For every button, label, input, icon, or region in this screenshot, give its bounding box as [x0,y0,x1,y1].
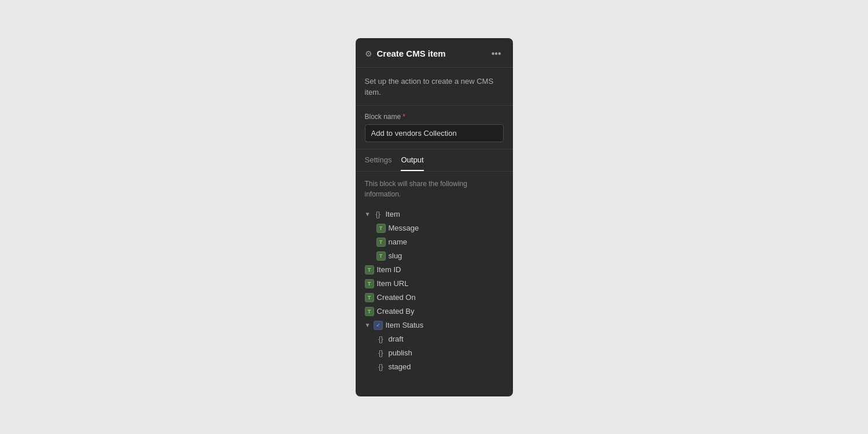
chevron-down-icon: ▼ [365,211,371,217]
tab-output[interactable]: Output [401,150,423,171]
obj-icon: {} [374,210,383,219]
name-label: name [389,238,408,246]
block-name-section: Block name * [356,106,513,150]
tree-item-item-id: T Item ID [365,263,504,277]
check-type-icon: ✓ [374,321,383,330]
draft-label: draft [389,335,404,343]
tree-item-root: ▼ {} Item [365,207,504,221]
tree-item-publish: {} publish [365,346,504,360]
text-type-icon: T [365,293,374,302]
chevron-down-icon: ▼ [365,322,371,328]
text-type-icon: T [365,265,374,275]
publish-label: publish [389,348,412,357]
staged-label: staged [389,362,411,371]
text-type-icon: T [365,307,374,316]
item-url-label: Item URL [377,279,409,288]
block-name-label: Block name * [365,113,504,121]
create-cms-panel: ⚙ Create CMS item ••• Set up the action … [356,38,513,396]
tree-item-created-by: T Created By [365,305,504,318]
tabs-container: Settings Output [356,150,513,172]
output-description: This block will share the following info… [365,179,504,199]
output-tree: ▼ {} Item T Message T name T slug T [365,207,504,374]
item-label: Item [386,210,400,218]
item-status-label: Item Status [386,321,424,329]
obj-icon: {} [376,362,386,372]
tree-item-item-status: ▼ ✓ Item Status [365,318,504,332]
panel-title: Create CMS item [377,49,446,58]
tree-item-message: T Message [365,221,504,235]
message-label: Message [389,224,419,232]
text-type-icon: T [376,238,386,247]
required-indicator: * [402,113,405,121]
tree-item-item-url: T Item URL [365,277,504,291]
slug-label: slug [389,251,402,260]
text-type-icon: T [365,279,374,288]
tree-item-created-on: T Created On [365,291,504,305]
output-section: This block will share the following info… [356,172,513,379]
cms-icon: ⚙ [365,49,372,58]
text-type-icon: T [376,251,386,261]
item-id-label: Item ID [377,265,401,274]
tree-item-slug: T slug [365,249,504,263]
tree-item-staged: {} staged [365,360,504,374]
tab-settings[interactable]: Settings [365,150,392,171]
tree-item-name: T name [365,235,504,249]
created-on-label: Created On [377,293,416,302]
created-by-label: Created By [377,307,415,316]
tree-item-draft: {} draft [365,332,504,346]
obj-icon: {} [376,348,386,358]
panel-header: ⚙ Create CMS item ••• [356,38,513,68]
more-options-button[interactable]: ••• [489,47,504,60]
text-type-icon: T [376,224,386,233]
obj-icon: {} [376,335,386,344]
block-name-input[interactable] [365,124,504,142]
panel-header-left: ⚙ Create CMS item [365,49,446,58]
panel-description: Set up the action to create a new CMS it… [356,68,513,106]
